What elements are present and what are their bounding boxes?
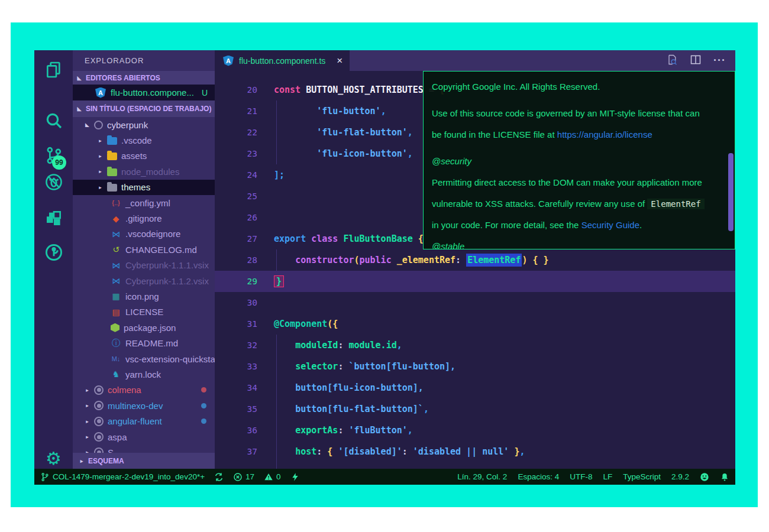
open-editor-item[interactable]: A flu-button.compone... U: [73, 85, 215, 100]
activity-debug-icon[interactable]: [43, 171, 64, 193]
language-mode[interactable]: TypeScript: [623, 472, 661, 481]
tooltip-line: @security: [432, 151, 725, 172]
tree-item-s[interactable]: ▸S: [73, 445, 215, 453]
smiley-icon: [700, 472, 709, 482]
tree-item-label: S: [108, 447, 114, 453]
code-text: 'flu-flat-button',: [274, 127, 413, 138]
section-workspace[interactable]: ◣ SIN TÍTULO (ESPACIO DE TRABAJO): [73, 100, 215, 117]
indentation-setting[interactable]: Espacios: 4: [518, 472, 559, 481]
inline-code: ElementRef: [647, 199, 704, 209]
tooltip-line: Copyright Google Inc. All Rights Reserve…: [432, 76, 725, 98]
activity-search-icon[interactable]: [43, 110, 64, 131]
tree-item--vscodeignore[interactable]: ⋈.vscodeignore: [73, 226, 215, 242]
tree-item-changelog-md[interactable]: ↺CHANGELOG.md: [73, 242, 215, 257]
file-tree: ◣cyberpunk▸.vscode▸assets▸node_modules▸t…: [73, 117, 215, 453]
tree-item-colmena[interactable]: ▸colmena: [73, 382, 215, 398]
tooltip-link[interactable]: https://angular.io/license: [557, 129, 652, 140]
problems-errors[interactable]: 17: [233, 472, 254, 482]
tree-item-yarn-lock[interactable]: ♞yarn.lock: [73, 366, 215, 382]
code-line-31[interactable]: 31@Component({: [215, 313, 735, 335]
problems-warnings[interactable]: 0: [264, 472, 281, 482]
sync-button[interactable]: [214, 472, 224, 482]
code-line-29[interactable]: 29}: [215, 271, 735, 292]
code-line-32[interactable]: 32 moduleId: module.id,: [215, 335, 735, 356]
tree-item-cyberpunk-1-1-1-vsix[interactable]: ⋈Cyberpunk-1.1.1.vsix: [73, 258, 215, 273]
code-text: button[flu-icon-button],: [274, 382, 424, 393]
tree-item-cyberpunk[interactable]: ◣cyberpunk: [73, 117, 215, 132]
tree-item-label: .vscodeignore: [125, 229, 180, 239]
indent-guide: [276, 122, 277, 143]
yarn-icon: ♞: [111, 369, 121, 379]
activity-gitlens-icon[interactable]: [43, 242, 64, 263]
code-line-33[interactable]: 33 selector: `button[flu-button],: [215, 356, 735, 377]
hover-tooltip: Copyright Google Inc. All Rights Reserve…: [423, 71, 735, 249]
tooltip-link[interactable]: Security Guide: [581, 220, 639, 230]
warning-icon: [264, 472, 273, 482]
line-number: 26: [215, 213, 257, 222]
settings-gear-icon[interactable]: ⚙: [43, 448, 64, 469]
tree-item-multinexo-dev[interactable]: ▸multinexo-dev: [73, 398, 215, 413]
notifications-bell[interactable]: [720, 472, 729, 482]
tooltip-scrollbar[interactable]: [728, 153, 734, 231]
tree-item-cyberpunk-1-1-2-vsix[interactable]: ⋈Cyberpunk-1.1.2.vsix: [73, 273, 215, 288]
code-text: 'flu-icon-button',: [274, 148, 413, 159]
eol-setting[interactable]: LF: [603, 472, 612, 481]
git-branch-status[interactable]: COL-1479-mergear-2-dev19_into_dev20*+: [40, 472, 205, 482]
code-line-35[interactable]: 35 button[flu-flat-button]`,: [215, 398, 735, 420]
tree-item-license[interactable]: ▤LICENSE: [73, 304, 215, 320]
folder-icon: [107, 153, 117, 160]
tree-item-node-modules[interactable]: ▸node_modules: [73, 164, 215, 179]
activity-extensions-icon[interactable]: [43, 207, 64, 229]
tree-item--config-yml[interactable]: {..}_config.yml: [73, 195, 215, 210]
feedback-smiley[interactable]: [700, 472, 709, 482]
line-number: 31: [215, 319, 257, 329]
code-line-36[interactable]: 36 exportAs: 'fluButton',: [215, 420, 735, 441]
repo-folder-icon: [94, 401, 104, 410]
typescript-version[interactable]: 2.9.2: [671, 472, 689, 481]
tree-item--gitignore[interactable]: ◆.gitignore: [73, 210, 215, 226]
code-line-34[interactable]: 34 button[flu-icon-button],: [215, 377, 735, 398]
line-number: 20: [215, 85, 257, 95]
code-editor[interactable]: 20const BUTTON_HOST_ATTRIBUTES = [21 'fl…: [215, 71, 735, 469]
tree-item-label: .vscode: [121, 135, 152, 145]
more-actions-icon[interactable]: ···: [713, 54, 726, 67]
tree-item-vsc-extension-quicksta-[interactable]: M↓vsc-extension-quicksta..: [73, 351, 215, 366]
tree-item-aspa[interactable]: ▸aspa: [73, 429, 215, 445]
repo-status-dot: [201, 403, 206, 408]
open-preview-icon[interactable]: [666, 54, 678, 68]
tree-item-package-json[interactable]: package.json: [73, 320, 215, 335]
code-line-38[interactable]: 38 templateUrl: 'button.html',: [215, 462, 735, 469]
code-line-28[interactable]: 28 constructor(public _elementRef: Eleme…: [215, 249, 735, 271]
tree-item-assets[interactable]: ▸assets: [73, 148, 215, 164]
section-outline[interactable]: ▸ ESQUEMA: [73, 453, 215, 469]
code-line-30[interactable]: 30: [215, 292, 735, 313]
tree-item-label: Cyberpunk-1.1.1.vsix: [125, 260, 209, 270]
cursor-position[interactable]: Lín. 29, Col. 2: [457, 472, 507, 481]
line-number: 25: [215, 192, 257, 201]
tree-item-icon-png[interactable]: ▦icon.png: [73, 288, 215, 304]
error-icon: [233, 472, 243, 482]
tooltip-line: be found in the LICENSE file at https://…: [432, 124, 725, 145]
tree-item-label: cyberpunk: [107, 120, 148, 130]
close-icon[interactable]: ×: [337, 55, 343, 67]
tree-item-themes[interactable]: ▸themes: [73, 180, 215, 195]
line-number: 34: [215, 383, 257, 392]
code-text: ];: [274, 170, 285, 180]
chevron-expanded-icon: ◣: [76, 75, 82, 81]
split-editor-icon[interactable]: [690, 54, 702, 68]
license-icon: ▤: [111, 307, 121, 317]
tree-item-angular-fluent[interactable]: ▸angular-fluent: [73, 413, 215, 429]
tree-item-readme-md[interactable]: ⓘREADME.md: [73, 335, 215, 351]
package-json-icon: [111, 323, 119, 332]
code-text: exportAs: 'fluButton',: [274, 425, 413, 436]
section-open-editors[interactable]: ◣ EDITORES ABIERTOS: [73, 71, 215, 85]
chevron-collapsed-icon: ▸: [85, 403, 90, 408]
activity-explorer-icon[interactable]: [43, 59, 64, 80]
tab-flu-button-component[interactable]: A flu-button.component.ts ×: [215, 50, 350, 71]
code-line-37[interactable]: 37 host: { '[disabled]': 'disabled || nu…: [215, 441, 735, 462]
encoding-setting[interactable]: UTF-8: [570, 472, 592, 481]
tree-item--vscode[interactable]: ▸.vscode: [73, 132, 215, 148]
tree-item-label: icon.png: [125, 291, 159, 301]
indent-guide: [276, 441, 277, 462]
feedback-bolt[interactable]: [290, 472, 300, 482]
